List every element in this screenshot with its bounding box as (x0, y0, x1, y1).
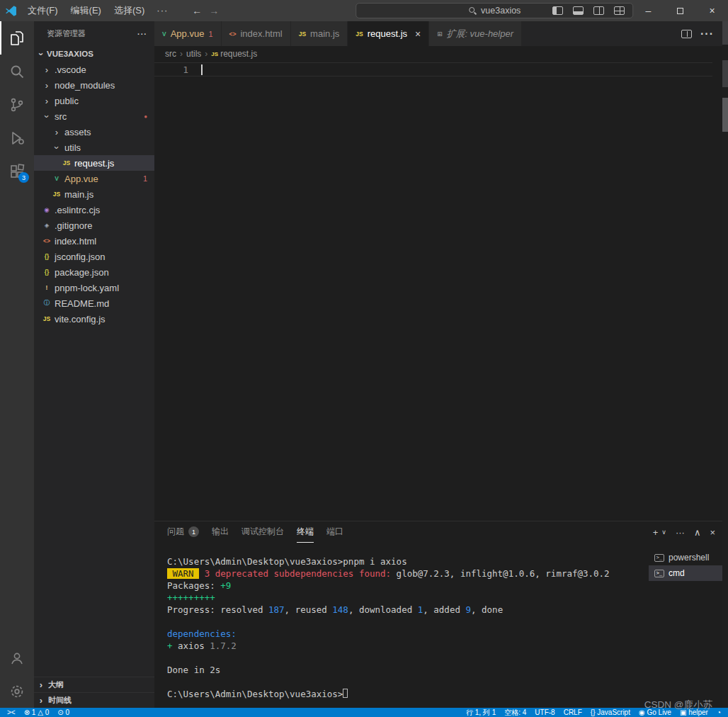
chevron-right-icon: › (41, 80, 52, 91)
customize-layout-icon[interactable] (614, 6, 625, 15)
tree-item-request.js[interactable]: JSrequest.js (34, 155, 154, 171)
count-badge: 1 (188, 526, 199, 537)
right-edge-strip (722, 21, 728, 708)
tree-item-.vscode[interactable]: ›.vscode (34, 62, 154, 77)
status-alerts[interactable]: ⊙ 0 (57, 708, 69, 717)
explorer-more-actions-button[interactable]: ··· (137, 30, 147, 38)
tree-item-label: README.md (55, 298, 109, 309)
close-window-button[interactable]: × (696, 0, 728, 21)
search-view-icon[interactable] (0, 55, 34, 88)
tree-item-src[interactable]: ›src● (34, 108, 154, 124)
breadcrumb-request.js[interactable]: JSrequest.js (211, 49, 257, 59)
run-debug-icon[interactable] (0, 121, 34, 154)
tree-item-main.js[interactable]: JSmain.js (34, 186, 154, 202)
history-back-button[interactable]: ← (192, 5, 202, 16)
chevron-right-icon: › (180, 49, 183, 59)
new-terminal-button[interactable]: + (653, 527, 659, 538)
watermark: CSDN @鹿小苏 (644, 699, 712, 711)
breadcrumb-src[interactable]: src (165, 49, 176, 59)
tab-App.vue[interactable]: VApp.vue1 (154, 21, 221, 46)
code-editor[interactable]: 1 (154, 62, 722, 521)
sidebar-section-label: 大纲 (48, 679, 64, 690)
tree-item-App.vue[interactable]: VApp.vue1 (34, 171, 154, 186)
terminal-profile-dropdown-icon[interactable]: ∨ (661, 529, 666, 536)
menu-选择(S)[interactable]: 选择(S) (108, 0, 151, 21)
tree-item-index.html[interactable]: <>index.html (34, 233, 154, 249)
menu-overflow-button[interactable]: ··· (151, 0, 174, 21)
tab-label: App.vue (171, 28, 205, 39)
tree-item-utils[interactable]: ›utils (34, 140, 154, 155)
explorer-icon[interactable] (0, 21, 34, 55)
js-file-icon: JS (356, 30, 363, 38)
terminal-output[interactable]: C:\Users\Admin\Desktop\vue3axios>pnpm i … (154, 543, 649, 708)
status-encoding[interactable]: UTF-8 (535, 708, 554, 717)
status-indentation[interactable]: 空格: 4 (504, 708, 526, 717)
terminal-profile-powershell[interactable]: >_powershell (649, 550, 722, 565)
minimize-button[interactable]: – (632, 0, 664, 21)
menu-编辑(E)[interactable]: 编辑(E) (64, 0, 108, 21)
tree-item-package.json[interactable]: {}package.json (34, 264, 154, 280)
panel-tab-输出[interactable]: 输出 (212, 521, 229, 543)
scrollbar-decoration[interactable] (722, 98, 728, 132)
history-forward-button[interactable]: → (209, 5, 219, 16)
split-editor-icon[interactable] (681, 30, 692, 38)
project-root-folder[interactable]: › VUE3AXIOS (34, 46, 154, 62)
panel-tab-调试控制台[interactable]: 调试控制台 (241, 521, 284, 543)
tree-item-.eslintrc.cjs[interactable]: ◉.eslintrc.cjs (34, 202, 154, 218)
maximize-panel-icon[interactable]: ∧ (694, 527, 701, 538)
extensions-icon[interactable]: 3 (0, 154, 34, 188)
terminal-text: 148 (332, 604, 348, 615)
status-eol[interactable]: CRLF (564, 708, 582, 717)
menu-文件(F)[interactable]: 文件(F) (21, 0, 64, 21)
tab-main.js[interactable]: JSmain.js (291, 21, 348, 46)
close-tab-icon[interactable]: × (415, 28, 421, 40)
js-file-icon: JS (51, 191, 62, 198)
toggle-primary-sidebar-icon[interactable] (552, 6, 563, 15)
sidebar-title: 资源管理器 (47, 28, 86, 39)
maximize-button[interactable] (664, 0, 696, 21)
tree-item-node_modules[interactable]: ›node_modules (34, 77, 154, 93)
status-problems[interactable]: ⊗ 1 △ 0 (24, 708, 50, 717)
panel-tabs: 问题1输出调试控制台终端端口 (167, 521, 356, 543)
tree-item-public[interactable]: ›public (34, 93, 154, 108)
close-panel-icon[interactable]: × (710, 527, 715, 538)
breadcrumb-utils[interactable]: utils (186, 49, 201, 59)
tree-item-label: index.html (55, 236, 96, 247)
status-remote[interactable]: >< (7, 708, 16, 717)
terminal-profile-label: cmd (669, 568, 685, 578)
search-text: vue3axios (481, 6, 521, 16)
toggle-panel-icon[interactable] (573, 6, 584, 15)
line-number: 1 (154, 64, 188, 75)
panel-tab-终端[interactable]: 终端 (297, 521, 314, 543)
tab-request.js[interactable]: JSrequest.js× (348, 21, 428, 46)
tree-item-jsconfig.json[interactable]: {}jsconfig.json (34, 249, 154, 264)
panel-tab-端口[interactable]: 端口 (326, 521, 343, 543)
status-cursor-position[interactable]: 行 1, 列 1 (466, 708, 496, 717)
vue-file-icon: V (51, 175, 62, 182)
json-file-icon: {} (41, 269, 52, 276)
modified-dot-icon: ● (144, 113, 147, 120)
tree-item-label: src (55, 111, 67, 122)
status-language[interactable]: {} JavaScript (591, 708, 630, 717)
tab-扩展: vue-helper[interactable]: ⊞扩展: vue-helper (429, 21, 521, 46)
tree-item-assets[interactable]: ›assets (34, 124, 154, 140)
account-icon[interactable] (0, 641, 34, 674)
tree-item-README.md[interactable]: ⓘREADME.md (34, 295, 154, 311)
tree-item-vite.config.js[interactable]: JSvite.config.js (34, 311, 154, 327)
toggle-secondary-sidebar-icon[interactable] (593, 6, 604, 15)
panel-tab-问题[interactable]: 问题1 (167, 521, 199, 543)
sidebar-section-时间线[interactable]: ›时间线 (34, 692, 154, 708)
sidebar-section-大纲[interactable]: ›大纲 (34, 677, 154, 692)
terminal-profile-cmd[interactable]: >_cmd (649, 565, 722, 581)
settings-gear-icon[interactable] (0, 674, 34, 708)
tree-item-pnpm-lock.yaml[interactable]: !pnpm-lock.yaml (34, 280, 154, 295)
source-control-icon[interactable] (0, 88, 34, 121)
status-notifications[interactable]: ◔ (717, 708, 721, 717)
tree-item-label: .eslintrc.cjs (55, 205, 100, 215)
panel-more-actions-button[interactable]: ··· (676, 527, 685, 538)
chevron-right-icon: › (41, 96, 52, 106)
editor-more-actions-button[interactable]: ··· (700, 28, 714, 40)
tree-item-.gitignore[interactable]: ◈.gitignore (34, 218, 154, 233)
terminal-line (167, 652, 649, 664)
tab-index.html[interactable]: <>index.html (222, 21, 290, 46)
